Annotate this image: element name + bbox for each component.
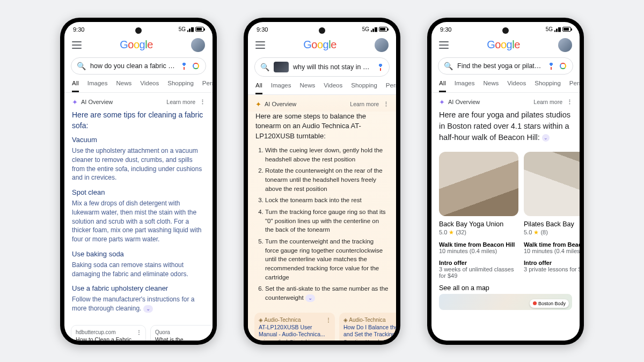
studio-card[interactable]: Back Bay Yoga Union 5.0 ★ (32) Walk time… bbox=[439, 152, 518, 279]
tab-all[interactable]: All bbox=[439, 80, 446, 92]
content-area: ✦AI Overview Learn more⋮ Here are some t… bbox=[64, 93, 213, 341]
see-on-map-link[interactable]: See all on a map bbox=[431, 279, 580, 294]
tab-all[interactable]: All bbox=[255, 82, 262, 94]
tab-more[interactable]: Pers bbox=[202, 80, 213, 92]
search-icon: 🔍 bbox=[77, 62, 86, 70]
tab-news[interactable]: News bbox=[116, 80, 132, 92]
status-bar: 9:30 5G bbox=[64, 22, 213, 35]
google-logo[interactable]: Google bbox=[303, 39, 336, 51]
studio-row: Back Bay Yoga Union 5.0 ★ (32) Walk time… bbox=[431, 152, 580, 279]
more-icon[interactable]: ⋮ bbox=[567, 99, 572, 105]
expand-pill[interactable]: ⌄ bbox=[143, 305, 153, 313]
mic-icon[interactable] bbox=[548, 62, 554, 70]
ai-steps-list: With the cueing lever down, gently hold … bbox=[255, 146, 389, 302]
content-area: ✦AI Overview Learn more⋮ Here are four y… bbox=[431, 93, 580, 341]
app-bar: Google bbox=[248, 35, 396, 54]
tab-perspectives[interactable]: Perspectives bbox=[386, 82, 396, 94]
ai-overview-header: ✦AI Overview Learn more⋮ bbox=[64, 93, 213, 109]
tab-images[interactable]: Images bbox=[87, 80, 108, 92]
tab-all[interactable]: All bbox=[72, 80, 79, 92]
status-bar: 9:30 5G bbox=[248, 22, 396, 35]
search-bar[interactable]: 🔍 why will this not stay in place bbox=[254, 57, 390, 77]
more-icon[interactable]: ⋮ bbox=[200, 99, 205, 105]
google-logo[interactable]: Google bbox=[487, 39, 520, 51]
tab-videos[interactable]: Videos bbox=[324, 82, 342, 94]
query-image-thumb[interactable] bbox=[274, 62, 289, 72]
tab-images[interactable]: Images bbox=[455, 80, 475, 92]
phone-mockup-3: 9:30 5G Google 🔍 Find the best yoga or p… bbox=[427, 18, 584, 345]
lens-icon[interactable] bbox=[559, 62, 567, 70]
result-card[interactable]: Quora What is the bbox=[150, 325, 213, 341]
more-icon[interactable]: ⋮ bbox=[326, 317, 331, 323]
ai-overview-body: Here are some tips for cleaning a fabric… bbox=[64, 109, 213, 323]
tab-videos[interactable]: Videos bbox=[140, 80, 159, 92]
ai-title: Here are some tips for cleaning a fabric… bbox=[72, 109, 205, 131]
google-logo[interactable]: Google bbox=[120, 39, 153, 51]
chevron-down-icon[interactable]: ⌄ bbox=[542, 134, 550, 142]
source-row: hdbuttercup.com⋮ How to Clean a Fabric Q… bbox=[64, 323, 213, 341]
network-label: 5G bbox=[362, 26, 369, 32]
search-query: how do you clean a fabric s... bbox=[90, 62, 177, 70]
ai-overview-body: Here are four yoga and pilates studios i… bbox=[431, 109, 580, 152]
search-icon: 🔍 bbox=[444, 62, 453, 70]
expand-pill[interactable]: ⌄ bbox=[305, 294, 315, 302]
ai-label: AI Overview bbox=[265, 101, 296, 107]
studio-card[interactable]: Pilates Back Bay 5.0 ★ (8) Walk time fro… bbox=[524, 152, 580, 279]
more-icon[interactable]: ⋮ bbox=[136, 329, 141, 335]
step: With the cueing lever down, gently hold … bbox=[265, 146, 389, 164]
source-card[interactable]: ◈ Audio-Technica How Do I Balance the Ar… bbox=[339, 313, 396, 341]
step: Lock the tonearm back into the rest bbox=[265, 196, 389, 205]
walk-value: 10 minutes (0.4 miles) bbox=[524, 248, 580, 254]
tab-news[interactable]: News bbox=[484, 80, 499, 92]
learn-more-link[interactable]: Learn more bbox=[533, 99, 562, 105]
map-result-pill[interactable]: Boston Body bbox=[530, 299, 569, 308]
tab-shopping[interactable]: Shopping bbox=[167, 80, 194, 92]
hamburger-icon[interactable] bbox=[255, 41, 265, 49]
app-bar: Google bbox=[431, 35, 580, 54]
ai-section: Use a fabric upholstery cleanerFollow th… bbox=[72, 284, 205, 313]
tab-shopping[interactable]: Shopping bbox=[351, 82, 377, 94]
star-icon: ★ bbox=[533, 229, 539, 235]
search-tabs: All Images News Videos Shopping Perspect… bbox=[248, 80, 396, 95]
step: Set the anti-skate to the same number as… bbox=[265, 284, 389, 302]
mic-icon[interactable] bbox=[181, 62, 187, 70]
avatar[interactable] bbox=[191, 38, 205, 52]
hamburger-icon[interactable] bbox=[439, 41, 449, 49]
tab-videos[interactable]: Videos bbox=[507, 80, 526, 92]
sparkle-icon: ✦ bbox=[439, 98, 445, 106]
source-row: ◈ Audio-Technica⋮ AT-LP120XUSB User Manu… bbox=[248, 309, 396, 341]
intro-label: Intro offer bbox=[524, 260, 580, 266]
avatar[interactable] bbox=[558, 38, 572, 52]
signal-icon bbox=[187, 27, 194, 32]
tab-images[interactable]: Images bbox=[271, 82, 291, 94]
source-card[interactable]: ◈ Audio-Technica⋮ AT-LP120XUSB User Manu… bbox=[254, 313, 335, 341]
network-label: 5G bbox=[546, 26, 553, 32]
intro-label: Intro offer bbox=[439, 260, 518, 266]
result-card[interactable]: hdbuttercup.com⋮ How to Clean a Fabric bbox=[71, 325, 146, 341]
ai-title: Here are some steps to balance the tonea… bbox=[255, 112, 389, 142]
learn-more-link[interactable]: Learn more bbox=[166, 99, 195, 105]
map-preview[interactable]: Boston Body bbox=[439, 294, 572, 310]
tab-shopping[interactable]: Shopping bbox=[535, 80, 561, 92]
battery-icon bbox=[379, 27, 387, 32]
more-icon[interactable]: ⋮ bbox=[383, 101, 389, 107]
lens-icon[interactable] bbox=[192, 62, 200, 70]
ai-section: Spot cleanMix a few drops of dish deterg… bbox=[72, 188, 205, 244]
sparkle-icon: ✦ bbox=[72, 98, 78, 106]
avatar[interactable] bbox=[375, 38, 389, 52]
search-bar[interactable]: 🔍 how do you clean a fabric s... bbox=[71, 57, 206, 75]
learn-more-link[interactable]: Learn more bbox=[350, 101, 379, 107]
hamburger-icon[interactable] bbox=[72, 41, 82, 49]
tab-news[interactable]: News bbox=[300, 82, 316, 94]
ai-overview-header: ✦AI Overview Learn more⋮ bbox=[248, 95, 396, 112]
screen: 9:30 5G Google 🔍 Find the best yoga or p… bbox=[431, 22, 580, 341]
ai-label: AI Overview bbox=[448, 99, 480, 105]
mic-icon[interactable] bbox=[377, 63, 384, 71]
studio-image bbox=[524, 152, 580, 216]
walk-label: Walk time from Beacon Hill bbox=[439, 241, 518, 248]
ai-section: VacuumUse the upholstery attachment on a… bbox=[72, 135, 205, 182]
ai-overview-header: ✦AI Overview Learn more⋮ bbox=[431, 93, 580, 109]
star-icon: ★ bbox=[449, 229, 454, 235]
tab-more[interactable]: Pers bbox=[569, 80, 580, 92]
search-bar[interactable]: 🔍 Find the best yoga or pilates... bbox=[438, 57, 573, 75]
